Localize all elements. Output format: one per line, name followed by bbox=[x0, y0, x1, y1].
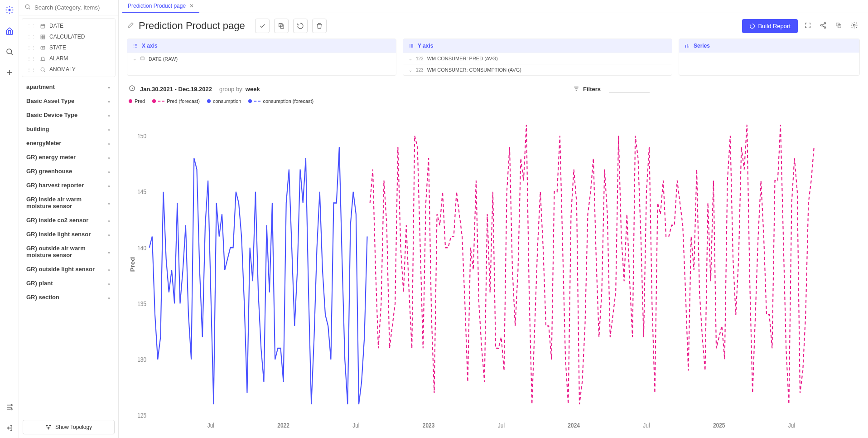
group-by[interactable]: group by: week bbox=[219, 86, 260, 92]
svg-text:2024: 2024 bbox=[568, 422, 580, 429]
chevron-down-icon: ⌄ bbox=[107, 217, 111, 223]
tree-category[interactable]: Basic Device Type⌄ bbox=[22, 108, 116, 122]
svg-point-13 bbox=[46, 425, 47, 426]
svg-text:140: 140 bbox=[137, 244, 146, 251]
tabs: Prediction Product page ✕ bbox=[119, 0, 868, 13]
fullscreen-icon[interactable] bbox=[802, 20, 813, 32]
grid-icon bbox=[39, 34, 46, 40]
build-report-label: Build Report bbox=[758, 23, 791, 29]
svg-point-11 bbox=[42, 47, 43, 48]
tree-category[interactable]: building⌄ bbox=[22, 122, 116, 136]
page-header: Prediction Product page Build Report bbox=[119, 13, 868, 39]
tree-category[interactable]: GR) outside air warm moisture sensor⌄ bbox=[22, 241, 116, 262]
tree-category[interactable]: GR) plant⌄ bbox=[22, 276, 116, 290]
tree-category[interactable]: Basic Asset Type⌄ bbox=[22, 94, 116, 108]
tree-item[interactable]: ⋮⋮DATE bbox=[22, 20, 115, 31]
delete-button[interactable] bbox=[312, 19, 327, 33]
axis-item[interactable]: ⌄DATE (RAW) bbox=[127, 53, 396, 64]
svg-point-1 bbox=[7, 49, 12, 54]
bell-icon bbox=[39, 56, 46, 62]
search-icon bbox=[39, 67, 46, 73]
svg-rect-24 bbox=[141, 57, 144, 60]
chevron-down-icon: ⌄ bbox=[107, 200, 111, 206]
tree-item[interactable]: ⋮⋮STATE bbox=[22, 42, 115, 53]
nav-settings-icon[interactable] bbox=[4, 402, 15, 413]
tree-category[interactable]: GR) inside co2 sensor⌄ bbox=[22, 213, 116, 227]
nav-home-icon[interactable] bbox=[4, 25, 15, 36]
chevron-down-icon: ⌄ bbox=[409, 56, 412, 61]
chevron-down-icon: ⌄ bbox=[409, 68, 412, 73]
tab-prediction[interactable]: Prediction Product page ✕ bbox=[122, 0, 199, 13]
share-icon[interactable] bbox=[818, 20, 829, 32]
filters-label[interactable]: Filters bbox=[573, 86, 601, 92]
confirm-button[interactable] bbox=[255, 19, 270, 33]
svg-text:Jul: Jul bbox=[643, 422, 650, 429]
gear-icon[interactable] bbox=[849, 19, 860, 32]
tree-category[interactable]: GR) outside light sensor⌄ bbox=[22, 262, 116, 276]
layers-icon[interactable] bbox=[833, 20, 844, 32]
chart-container: 125130135140145150Jul2022Jul2023Jul2024J… bbox=[119, 107, 868, 438]
svg-rect-6 bbox=[41, 35, 43, 37]
tree-category[interactable]: GR) greenhouse⌄ bbox=[22, 164, 116, 178]
tree-category[interactable]: GR) section⌄ bbox=[22, 290, 116, 304]
tree-item[interactable]: ⋮⋮ALARM bbox=[22, 53, 115, 64]
chevron-down-icon: ⌄ bbox=[107, 294, 111, 300]
svg-text:Pred: Pred bbox=[130, 257, 135, 272]
tab-close-icon[interactable]: ✕ bbox=[189, 3, 194, 9]
tree-category[interactable]: apartment⌄ bbox=[22, 80, 116, 94]
nav-logout-icon[interactable] bbox=[4, 423, 15, 433]
edit-title-icon[interactable] bbox=[127, 22, 134, 30]
svg-text:2023: 2023 bbox=[423, 422, 435, 429]
tree-item[interactable]: ⋮⋮CALCULATED bbox=[22, 31, 115, 42]
show-topology-label: Show Topology bbox=[55, 424, 92, 430]
sidebar: ⋮⋮DATE⋮⋮CALCULATED⋮⋮STATE⋮⋮ALARM⋮⋮ANOMAL… bbox=[19, 0, 119, 438]
build-report-button[interactable]: Build Report bbox=[742, 19, 798, 33]
nav-search-icon[interactable] bbox=[4, 46, 15, 57]
chevron-down-icon: ⌄ bbox=[133, 56, 136, 61]
series-header[interactable]: Series bbox=[679, 39, 859, 53]
legend-item[interactable]: consumption (forecast) bbox=[248, 98, 313, 104]
nav-rail bbox=[0, 0, 19, 438]
legend-item[interactable]: Pred bbox=[129, 98, 145, 104]
chart-meta-row: Jan.30.2021 - Dec.19.2022 group by: week… bbox=[119, 80, 868, 97]
y-axis-box: Y axis ⌄123WM CONSUMER: PRED (AVG)⌄123WM… bbox=[403, 39, 672, 76]
sidebar-search[interactable] bbox=[19, 0, 118, 15]
chevron-down-icon: ⌄ bbox=[107, 98, 111, 104]
axis-item[interactable]: ⌄123WM CONSUMER: PRED (AVG) bbox=[403, 53, 672, 64]
svg-text:Jul: Jul bbox=[498, 422, 505, 429]
copy-button[interactable] bbox=[274, 19, 289, 33]
series-box: Series bbox=[679, 39, 860, 76]
clock-icon bbox=[129, 85, 135, 93]
tree-item[interactable]: ⋮⋮ANOMALY bbox=[22, 64, 115, 75]
svg-point-15 bbox=[48, 428, 49, 429]
svg-text:Jul: Jul bbox=[352, 422, 359, 429]
tree-category[interactable]: GR) energy meter⌄ bbox=[22, 150, 116, 164]
app-logo-icon[interactable] bbox=[4, 5, 15, 15]
y-axis-header[interactable]: Y axis bbox=[403, 39, 672, 53]
drag-handle-icon: ⋮⋮ bbox=[27, 34, 36, 39]
date-range[interactable]: Jan.30.2021 - Dec.19.2022 bbox=[140, 86, 212, 92]
chart[interactable]: 125130135140145150Jul2022Jul2023Jul2024J… bbox=[129, 107, 858, 433]
chevron-down-icon: ⌄ bbox=[107, 168, 111, 174]
tree-category[interactable]: GR) harvest reporter⌄ bbox=[22, 178, 116, 192]
tree-category[interactable]: GR) inside air warm moisture sensor⌄ bbox=[22, 192, 116, 213]
nav-add-icon[interactable] bbox=[4, 67, 15, 78]
chevron-down-icon: ⌄ bbox=[107, 280, 111, 286]
x-axis-header[interactable]: X axis bbox=[127, 39, 396, 53]
chevron-down-icon: ⌄ bbox=[107, 249, 111, 255]
tree-category[interactable]: GR) inside light sensor⌄ bbox=[22, 227, 116, 241]
drag-handle-icon: ⋮⋮ bbox=[27, 67, 36, 72]
filter-input[interactable] bbox=[609, 85, 650, 92]
svg-point-12 bbox=[41, 68, 44, 71]
svg-text:Jul: Jul bbox=[207, 422, 214, 429]
show-topology-button[interactable]: Show Topology bbox=[23, 420, 115, 434]
legend-item[interactable]: consumption bbox=[207, 98, 241, 104]
refresh-button[interactable] bbox=[293, 19, 308, 33]
chevron-down-icon: ⌄ bbox=[107, 231, 111, 237]
legend-item[interactable]: Pred (forecast) bbox=[152, 98, 200, 104]
axis-item[interactable]: ⌄123WM CONSUMER: CONSUMPTION (AVG) bbox=[403, 64, 672, 75]
svg-point-18 bbox=[824, 22, 825, 24]
search-input[interactable] bbox=[34, 4, 113, 11]
svg-point-23 bbox=[853, 24, 855, 26]
tree-category[interactable]: energyMeter⌄ bbox=[22, 136, 116, 150]
